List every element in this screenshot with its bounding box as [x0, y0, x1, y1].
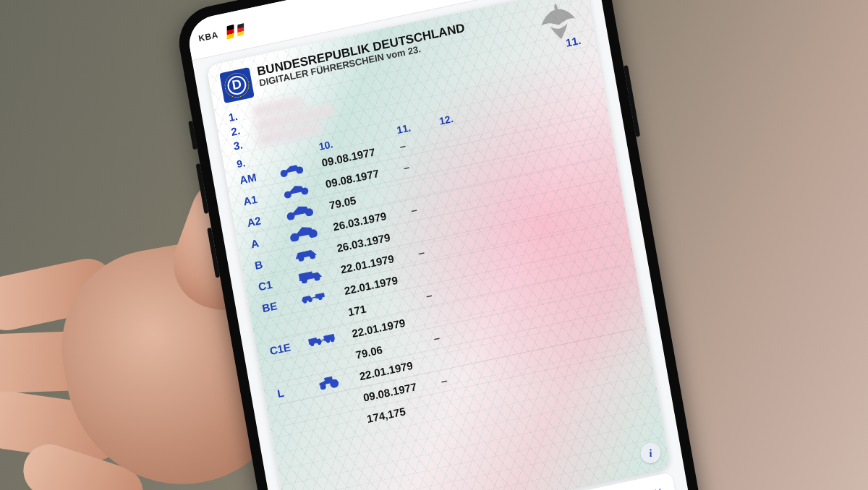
expiry-date	[407, 180, 450, 189]
category-code	[273, 364, 312, 372]
expiry-date	[430, 308, 472, 317]
restrictions	[472, 296, 529, 309]
german-flag-icon	[226, 25, 234, 40]
vehicle-icon	[312, 355, 356, 364]
svg-point-17	[318, 296, 322, 300]
eu-badge: D	[219, 67, 254, 103]
expiry-date	[414, 223, 457, 231]
expiry-date	[438, 351, 480, 359]
info-icon: i	[648, 447, 653, 460]
expiry-date	[445, 394, 488, 403]
svg-point-26	[320, 384, 326, 389]
svg-point-13	[303, 299, 307, 303]
photo-scene: KBA D BUNDESREPUBLIK DEUTSCHLAND DIGITAL…	[0, 0, 868, 490]
kba-logo-text: KBA	[197, 30, 218, 44]
german-flag-icon	[237, 23, 244, 37]
svg-line-21	[322, 340, 325, 340]
svg-point-23	[326, 340, 330, 343]
restrictions	[442, 125, 498, 137]
restrictions	[454, 189, 510, 202]
restrictions	[461, 232, 517, 244]
restrictions	[488, 382, 544, 394]
category-code	[266, 322, 305, 330]
svg-point-8	[299, 256, 304, 261]
svg-point-20	[318, 341, 321, 345]
svg-point-12	[315, 275, 320, 280]
license-card: D BUNDESREPUBLIK DEUTSCHLAND DIGITALER F…	[206, 0, 671, 490]
vehicle-icon	[323, 419, 367, 429]
smartphone: KBA D BUNDESREPUBLIK DEUTSCHLAND DIGITAL…	[174, 0, 709, 490]
vehicle-icon	[320, 397, 364, 407]
category-code	[285, 429, 323, 437]
restrictions	[450, 168, 506, 180]
restrictions	[469, 275, 525, 287]
restrictions	[446, 147, 502, 159]
restrictions	[484, 360, 540, 372]
vehicle-icon	[305, 312, 349, 322]
restrictions	[465, 254, 522, 266]
chevron-down-icon	[652, 484, 664, 490]
svg-point-9	[310, 254, 315, 259]
restrictions	[457, 211, 514, 223]
svg-point-11	[302, 278, 307, 283]
svg-point-14	[309, 298, 312, 302]
svg-point-19	[310, 343, 314, 346]
svg-point-27	[330, 379, 339, 388]
expiry-date	[422, 265, 465, 274]
eu-country-letter: D	[226, 74, 247, 96]
category-code	[281, 407, 320, 415]
field-3-label: 3.	[232, 136, 252, 152]
restrictions	[476, 317, 532, 330]
svg-point-24	[331, 338, 334, 342]
restrictions	[480, 339, 536, 351]
svg-line-15	[312, 297, 316, 298]
